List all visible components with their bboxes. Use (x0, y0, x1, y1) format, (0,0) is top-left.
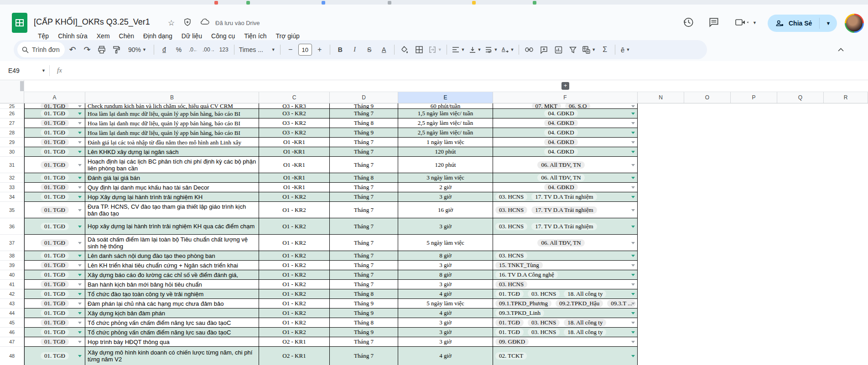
cell-E43[interactable]: 5 ngày làm việc (398, 299, 493, 308)
expand-column-group-button[interactable]: + (561, 82, 569, 90)
cell-B37[interactable]: Dà soát chấm điểm làm lại toàn bộ Tiêu c… (85, 235, 259, 251)
formula-input[interactable] (62, 61, 868, 80)
redo-button[interactable]: ↷ (80, 43, 94, 57)
cell-D37[interactable]: Tháng 7 (330, 235, 398, 251)
decrease-decimals-button[interactable]: .0← (187, 43, 200, 57)
cell-F48[interactable]: 02. TCKT (493, 347, 638, 365)
cell-B41[interactable]: Ban hành kịch bản mới bảng hỏi tiêu chuẩ… (85, 280, 259, 289)
cell-A32[interactable]: 01. TGĐ (24, 173, 85, 183)
cell-D25[interactable]: Tháng 9 (330, 103, 398, 109)
insert-comment-button[interactable] (537, 43, 551, 57)
cell-C27[interactable]: O3 - KR2 (259, 118, 330, 128)
cell-D41[interactable]: Tháng 7 (330, 280, 398, 289)
cell-F47[interactable]: 09. GĐKD (493, 337, 638, 347)
dropdown-arrow-icon[interactable] (631, 186, 635, 189)
dropdown-arrow-icon[interactable] (631, 242, 635, 244)
dropdown-arrow-icon[interactable] (631, 164, 635, 166)
cell-C34[interactable]: O1 - KR2 (259, 192, 330, 202)
account-avatar[interactable] (845, 14, 864, 33)
cell-E28[interactable]: 2,5 ngày làm việc/ tuần (398, 128, 493, 138)
cell-D39[interactable]: Tháng 7 (330, 261, 398, 270)
cell-F36[interactable]: 03. HCNS17. TV D.A Trải nghiệm (493, 218, 638, 235)
menu-tro-giup[interactable]: Trợ giúp (271, 31, 303, 41)
empty-cells-region[interactable] (638, 270, 868, 280)
dropdown-arrow-icon[interactable] (631, 322, 635, 324)
cell-C26[interactable]: O3 - KR2 (259, 109, 330, 118)
cell-E25[interactable]: 60 phút/tuần (398, 103, 493, 109)
dropdown-arrow-icon[interactable] (631, 151, 635, 153)
row-header-37[interactable]: 37 (0, 235, 24, 251)
cell-C38[interactable]: O1 - KR2 (259, 251, 330, 261)
cell-A36[interactable]: 01. TGĐ (24, 218, 85, 235)
cell-B27[interactable]: Hoa làm lại danh mục dữ liệu, quản lý ap… (85, 118, 259, 128)
strikethrough-button[interactable]: S (363, 43, 376, 57)
cell-B33[interactable]: Quy định lại danh mục khấu hao tài sản D… (85, 183, 259, 192)
empty-cells-region[interactable] (638, 147, 868, 157)
empty-cells-region[interactable] (638, 202, 868, 218)
cell-C29[interactable]: O1 -KR1 (259, 138, 330, 147)
cell-E47[interactable]: 3 giờ (398, 337, 493, 347)
cell-C43[interactable]: O1 - KR2 (259, 299, 330, 308)
dropdown-arrow-icon[interactable] (631, 331, 635, 334)
text-wrap-button[interactable]: ▼ (483, 43, 499, 57)
italic-button[interactable]: I (348, 43, 362, 57)
cell-B47[interactable]: Họp trình bày HĐQT thông qua (85, 337, 259, 347)
bold-button[interactable]: B (333, 43, 347, 57)
cell-A42[interactable]: 01. TGĐ (24, 289, 85, 299)
cell-B44[interactable]: Xây dựng kịch bản đàm phán (85, 308, 259, 318)
row-header-42[interactable]: 42 (0, 289, 24, 299)
empty-cells-region[interactable] (638, 235, 868, 251)
row-header-43[interactable]: 43 (0, 299, 24, 308)
dropdown-arrow-icon[interactable] (631, 355, 635, 357)
cell-B26[interactable]: Hoa làm lại danh mục dữ liệu, quản lý ap… (85, 109, 259, 118)
empty-cells-region[interactable] (638, 337, 868, 347)
cell-A29[interactable]: 01. TGĐ (24, 138, 85, 147)
input-tools-button[interactable]: ê▼ (619, 43, 632, 57)
cell-A48[interactable]: 01. TGĐ (24, 347, 85, 365)
cell-F34[interactable]: 03. HCNS17. TV D.A Trải nghiệm (493, 192, 638, 202)
empty-cells-region[interactable] (638, 138, 868, 147)
cell-E35[interactable]: 16 giờ (398, 202, 493, 218)
borders-button[interactable] (412, 43, 426, 57)
cell-B43[interactable]: Đàm phán lại chủ nhà các hạng mục chưa đ… (85, 299, 259, 308)
cell-A46[interactable]: 01. TGĐ (24, 328, 85, 337)
menu-du-lieu[interactable]: Dữ liệu (177, 31, 206, 41)
cell-E31[interactable]: 120 phút (398, 157, 493, 173)
empty-cells-region[interactable] (638, 218, 868, 235)
cell-F46[interactable]: 01. TGĐ03. HCNS18. All công ty (493, 328, 638, 337)
comments-icon[interactable] (708, 16, 722, 30)
row-header-45[interactable]: 45 (0, 318, 24, 328)
decrease-font-size-button[interactable]: − (284, 43, 297, 57)
cell-A41[interactable]: 01. TGĐ (24, 280, 85, 289)
horizontal-align-button[interactable]: ▼ (450, 43, 467, 57)
version-history-icon[interactable] (682, 16, 696, 30)
cell-F29[interactable]: 04. GĐKD (493, 138, 638, 147)
video-call-icon[interactable]: ▼ (734, 16, 748, 30)
cell-F35[interactable]: 03. HCNS17. TV D.A Trải nghiệm (493, 202, 638, 218)
cell-D45[interactable]: Tháng 8 (330, 318, 398, 328)
empty-cells-region[interactable] (638, 261, 868, 270)
column-header-N[interactable]: N (638, 92, 684, 103)
increase-decimals-button[interactable]: .00→ (201, 43, 216, 57)
row-header-48[interactable]: 48 (0, 347, 24, 365)
cell-E26[interactable]: 1,5 ngày làm việc/ tuần (398, 109, 493, 118)
empty-cells-region[interactable] (638, 192, 868, 202)
dropdown-arrow-icon[interactable] (631, 255, 635, 257)
cell-A47[interactable]: 01. TGĐ (24, 337, 85, 347)
empty-cells-region[interactable] (638, 109, 868, 118)
cell-E38[interactable]: 8 giờ (398, 251, 493, 261)
text-rotation-button[interactable]: A ▼ (500, 43, 515, 57)
fill-color-button[interactable] (398, 43, 411, 57)
cell-D40[interactable]: Tháng 7 (330, 270, 398, 280)
menu-tien-ich[interactable]: Tiện ích (240, 31, 270, 41)
empty-cells-region[interactable] (638, 347, 868, 365)
cell-D30[interactable]: Tháng 7 (330, 147, 398, 157)
cell-A44[interactable]: 01. TGĐ (24, 308, 85, 318)
cell-C33[interactable]: O1 -KR1 (259, 183, 330, 192)
cell-D29[interactable]: Tháng 7 (330, 138, 398, 147)
cell-E42[interactable]: 4 giờ (398, 289, 493, 299)
vertical-align-button[interactable]: ▼ (468, 43, 483, 57)
cell-D36[interactable]: Tháng 7 (330, 218, 398, 235)
collapse-toolbar-button[interactable] (834, 43, 847, 57)
insert-chart-button[interactable] (551, 43, 565, 57)
